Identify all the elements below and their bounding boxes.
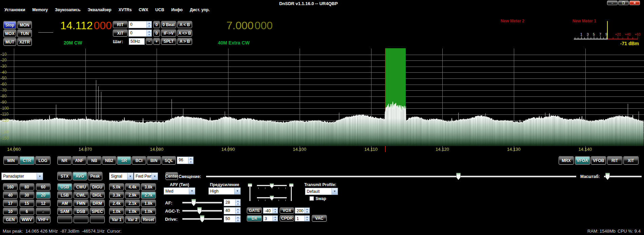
- vfob-frequency[interactable]: 7.000000: [226, 19, 273, 32]
- tx-tun[interactable]: TUN: [17, 30, 32, 37]
- band-60[interactable]: 60: [36, 183, 51, 191]
- pan-left-slider-thumb[interactable]: [248, 183, 252, 187]
- dsp-sr[interactable]: SR: [117, 156, 131, 165]
- chevron-down-icon[interactable]: ▼: [234, 188, 240, 194]
- preamp-select[interactable]: High▼: [208, 187, 241, 195]
- filter-5-0k[interactable]: 5.0k: [109, 183, 124, 191]
- step-input[interactable]: 50Hz: [129, 38, 145, 45]
- filter-4-4k[interactable]: 4.4k: [125, 183, 140, 191]
- mode-dsb[interactable]: DSB: [74, 208, 88, 215]
- af-slider[interactable]: [182, 202, 222, 203]
- filter-1-8k[interactable]: 1.8k: [141, 200, 156, 207]
- chevron-down-icon[interactable]: ▼: [331, 188, 338, 195]
- band-wwv[interactable]: WWV: [20, 216, 34, 223]
- dsp-anf[interactable]: ANF: [72, 156, 86, 165]
- band-80[interactable]: 80: [20, 183, 34, 191]
- filter-1-0k[interactable]: 1.0k: [125, 208, 140, 215]
- chevron-down-icon[interactable]: ▼: [152, 173, 158, 180]
- filter-var-1[interactable]: Var 1: [109, 216, 124, 223]
- af-spin-arrows[interactable]: ▲▼: [235, 199, 240, 206]
- a-swap-b-button[interactable]: A <> B: [177, 30, 192, 37]
- dsp-sql[interactable]: SQL: [162, 156, 176, 165]
- transmit-profile-select[interactable]: Default▼: [305, 188, 338, 195]
- sql-spin-arrows[interactable]: ▲▼: [188, 157, 193, 164]
- a-lt-b-button[interactable]: A < B: [177, 21, 192, 28]
- swap-checkbox[interactable]: [309, 196, 314, 201]
- drive-spin-arrows[interactable]: ▲▼: [235, 216, 240, 222]
- filter-2-4k[interactable]: 2.4k: [109, 200, 124, 207]
- tx-x2tr[interactable]: X2TR: [17, 38, 32, 46]
- mode-sam[interactable]: SAM: [57, 208, 72, 215]
- gate-button[interactable]: GATE: [247, 207, 262, 214]
- avg-stx[interactable]: STX: [57, 172, 72, 180]
- minimize-button[interactable]: –: [607, 1, 618, 5]
- tx-mon[interactable]: MON: [17, 21, 32, 29]
- menu-item-xvtrs[interactable]: XVTRs: [119, 7, 132, 12]
- menu-item-эквалайзер[interactable]: Эквалайзер: [88, 7, 112, 12]
- rit-spin-arrows[interactable]: ▲▼: [146, 21, 152, 28]
- vfo-vfob[interactable]: VFOB: [591, 156, 606, 165]
- band-10[interactable]: 10: [3, 208, 18, 215]
- af-spinner[interactable]: 28▲▼: [224, 199, 241, 206]
- vox-spinner[interactable]: 200▲▼: [295, 207, 310, 214]
- menu-item-cwx[interactable]: CWX: [139, 7, 148, 12]
- rit-spinner[interactable]: 0▲▼: [128, 21, 152, 28]
- filter-1-0k[interactable]: 1.0k: [109, 208, 124, 215]
- drive-spinner[interactable]: 50▲▼: [224, 215, 241, 222]
- band-12[interactable]: 12: [36, 200, 51, 207]
- tx-mut[interactable]: MUT: [3, 38, 16, 46]
- offset-slider-thumb[interactable]: [456, 173, 461, 180]
- mode-cwl[interactable]: CWL: [74, 192, 88, 199]
- vfo-vfoa[interactable]: VFOA: [575, 156, 590, 165]
- sql-spinner[interactable]: 96▲▼: [177, 157, 194, 164]
- menu-item-установки[interactable]: Установки: [4, 7, 25, 12]
- xit-spinner[interactable]: 0▲▼: [128, 30, 152, 37]
- mode-blank-12[interactable]: [57, 216, 72, 223]
- meter-mode-select[interactable]: Fwd Pwr▼: [134, 173, 158, 180]
- band-15[interactable]: 15: [20, 200, 34, 207]
- zero-beat-button[interactable]: 0 Beat: [161, 21, 176, 28]
- cpdr-spinner[interactable]: 1▲▼: [295, 215, 310, 221]
- mode-digl[interactable]: DIGL: [90, 192, 105, 199]
- mode-digu[interactable]: DIGU: [90, 183, 105, 191]
- dx-spinner[interactable]: 3▲▼: [263, 215, 278, 221]
- band-40[interactable]: 40: [3, 192, 18, 199]
- pan-right-slider-thumb[interactable]: [289, 183, 294, 187]
- menu-item-звукозапись[interactable]: Звукозапись: [55, 7, 80, 12]
- mode-usb[interactable]: USB: [57, 183, 72, 191]
- dsp-nb2[interactable]: NB2: [102, 156, 116, 165]
- vfo-mrx[interactable]: MRX: [559, 156, 574, 165]
- band-20[interactable]: 20: [36, 192, 51, 199]
- center-button[interactable]: Center: [165, 172, 178, 180]
- dsp-nb[interactable]: NB: [87, 156, 101, 165]
- band-vhf+[interactable]: VHF+: [36, 216, 51, 223]
- filter-var-2[interactable]: Var 2: [125, 216, 140, 223]
- disp-log[interactable]: LOG: [35, 156, 51, 165]
- mode-blank-13[interactable]: [74, 216, 88, 223]
- chevron-down-icon[interactable]: ▼: [37, 173, 43, 180]
- agct-slider-thumb[interactable]: [197, 207, 202, 214]
- band-17[interactable]: 17: [3, 200, 18, 207]
- avg-avg[interactable]: AVG: [73, 172, 87, 180]
- mode-fmn[interactable]: FMN: [74, 200, 88, 207]
- drive-slider-thumb[interactable]: [200, 215, 204, 222]
- menu-item-дист-упр[interactable]: Дист. упр.: [190, 7, 210, 12]
- af-slider-thumb[interactable]: [192, 199, 196, 206]
- mode-lsb[interactable]: LSB: [57, 192, 72, 199]
- tx-mox[interactable]: MOX: [3, 30, 16, 37]
- filter-2-7k[interactable]: 2.7k: [141, 192, 156, 199]
- agc-select[interactable]: Med▼: [164, 187, 195, 195]
- display-mode-select[interactable]: Panadapter▼: [1, 173, 43, 180]
- dx-spin-arrows[interactable]: ▲▼: [273, 216, 278, 221]
- band-gen[interactable]: GEN: [3, 216, 18, 223]
- filter-3-3k[interactable]: 3.3k: [109, 192, 124, 199]
- rit-button[interactable]: RIT: [113, 21, 128, 28]
- spectrum-display[interactable]: [0, 48, 644, 156]
- filter-1-0k[interactable]: 1.0k: [141, 208, 156, 215]
- filter-3-8k[interactable]: 3.8k: [141, 183, 156, 191]
- mode-drm[interactable]: DRM: [90, 200, 105, 207]
- band-6[interactable]: 6: [20, 208, 34, 215]
- zoom-slider-thumb[interactable]: [605, 173, 610, 180]
- vox-spin-arrows[interactable]: ▲▼: [304, 208, 309, 213]
- cpdr-button[interactable]: CPDR: [280, 215, 294, 221]
